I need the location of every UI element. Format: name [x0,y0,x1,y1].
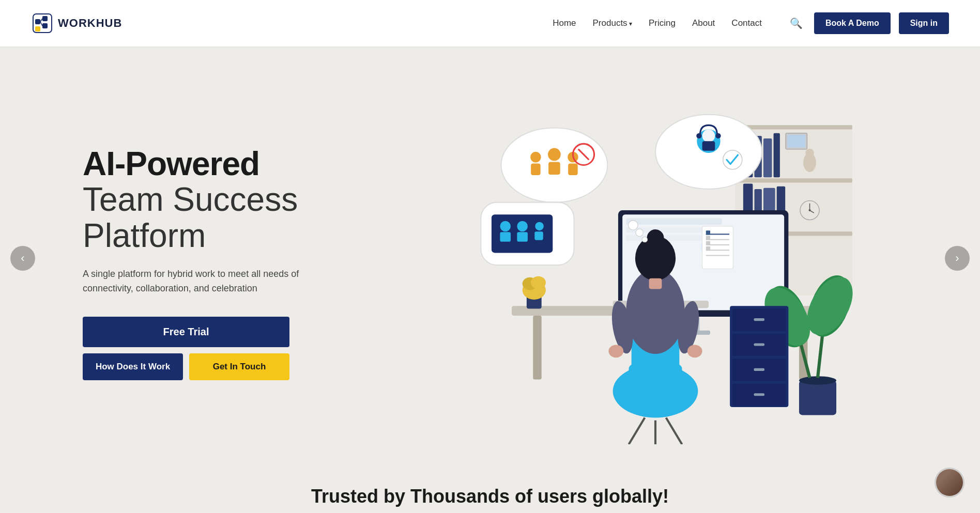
svg-rect-18 [787,135,805,148]
svg-rect-112 [706,246,710,251]
svg-point-84 [535,222,543,230]
hero-illustration [362,83,949,444]
svg-point-65 [548,148,561,161]
svg-point-58 [531,276,546,289]
carousel-prev-button[interactable]: ‹ [10,246,35,271]
svg-rect-81 [500,232,511,242]
logo-text: WORKHUB [58,17,122,30]
workhub-logo-icon [31,12,54,35]
svg-rect-9 [735,178,852,182]
search-icon: 🔍 [790,18,803,29]
nav-link-home[interactable]: Home [553,18,576,28]
chat-avatar-image [936,469,963,496]
svg-rect-68 [568,163,578,175]
svg-line-53 [666,418,682,444]
hero-buttons-row: How Does It Work Get In Touch [83,353,289,380]
nav-item-contact[interactable]: Contact [731,18,762,28]
book-demo-button[interactable]: Book A Demo [814,12,891,34]
svg-rect-110 [706,236,710,240]
navbar: WORKHUB Home Products Pricing About Cont… [0,0,980,46]
svg-rect-14 [774,133,780,177]
hero-buttons: Free Trial How Does It Work Get In Touch [83,317,289,380]
svg-rect-83 [517,232,528,242]
nav-link-products[interactable]: Products [593,18,632,28]
hero-title: AI-Powered Team Success Platform [83,147,341,254]
nav-links: Home Products Pricing About Contact [553,18,762,28]
hero-subtitle: A single platform for hybrid work to mee… [83,267,300,297]
svg-rect-99 [754,318,764,321]
hero-illustration-svg [362,83,949,444]
svg-rect-111 [706,241,710,245]
nav-item-pricing[interactable]: Pricing [649,18,676,28]
svg-point-50 [608,345,623,358]
svg-rect-2 [42,16,48,21]
search-button[interactable]: 🔍 [787,14,806,33]
nav-item-about[interactable]: About [692,18,715,28]
svg-rect-64 [531,163,541,175]
sign-in-button[interactable]: Sign in [899,12,949,34]
svg-point-16 [805,149,814,157]
get-in-touch-button[interactable]: Get In Touch [189,353,289,380]
hero-title-bold: AI-Powered [83,147,341,181]
nav-item-products[interactable]: Products [593,18,632,28]
svg-line-5 [40,19,42,22]
svg-point-51 [687,345,702,358]
chevron-left-icon: ‹ [21,252,24,265]
carousel-next-button[interactable]: › [945,246,970,271]
svg-rect-28 [533,316,541,380]
svg-rect-47 [649,278,662,289]
svg-rect-13 [763,138,772,177]
svg-point-61 [629,221,638,230]
svg-point-59 [642,237,647,242]
svg-point-63 [530,152,541,163]
svg-rect-3 [42,23,48,28]
logo-area[interactable]: WORKHUB [31,12,122,35]
svg-line-6 [40,22,42,26]
svg-point-80 [500,221,511,232]
nav-link-about[interactable]: About [692,18,715,28]
svg-rect-8 [735,125,852,129]
trusted-title: Trusted by Thousands of users globally! [31,486,949,507]
svg-point-60 [636,229,643,236]
svg-point-46 [647,229,664,246]
svg-rect-1 [35,19,40,24]
svg-rect-32 [626,219,722,225]
svg-rect-74 [702,141,715,151]
trusted-section: Trusted by Thousands of users globally! [0,470,980,512]
hero-content: AI-Powered Team Success Platform A singl… [83,147,341,381]
chevron-right-icon: › [955,252,959,265]
hero-title-line2: Team Success [83,181,341,217]
hero-section: ‹ AI-Powered Team Success Platform A sin… [0,46,980,470]
svg-point-75 [696,133,701,138]
nav-actions: 🔍 Book A Demo Sign in [787,12,949,34]
svg-rect-109 [706,230,710,235]
how-does-it-work-button[interactable]: How Does It Work [83,353,183,380]
nav-link-contact[interactable]: Contact [731,18,762,28]
nav-link-pricing[interactable]: Pricing [649,18,676,28]
svg-rect-100 [754,343,764,346]
svg-line-52 [629,418,645,444]
svg-rect-101 [754,368,764,371]
svg-point-76 [715,133,721,138]
svg-rect-4 [35,26,40,32]
chat-avatar[interactable] [935,468,964,498]
nav-item-home[interactable]: Home [553,18,576,28]
svg-rect-86 [799,380,836,415]
svg-point-82 [517,221,528,232]
svg-rect-102 [754,393,764,396]
svg-rect-66 [548,162,560,175]
svg-rect-85 [534,231,543,240]
free-trial-button[interactable]: Free Trial [83,317,289,347]
svg-point-77 [723,150,742,169]
hero-title-line3: Platform [83,217,341,254]
svg-point-73 [702,130,715,143]
